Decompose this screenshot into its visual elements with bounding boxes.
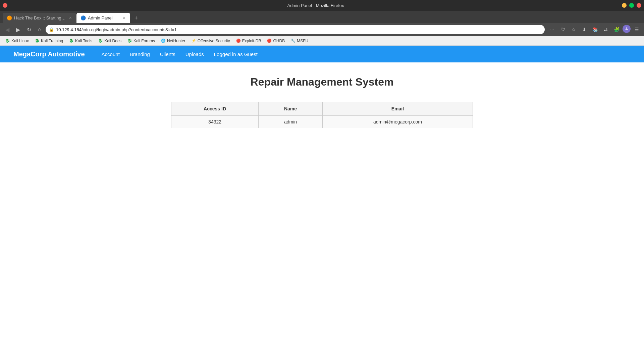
tab-hack-the-box[interactable]: 🟠 Hack The Box :: Starting ... × xyxy=(3,13,76,23)
bookmark-icon-ghdb: 🔴 xyxy=(267,39,272,43)
table-row: 34322adminadmin@megacorp.com xyxy=(171,116,473,128)
bookmark-label-ghdb: GHDB xyxy=(273,39,285,43)
close-button[interactable]: × xyxy=(637,3,641,8)
reload-button[interactable]: ↻ xyxy=(24,25,34,34)
bookmark-kali-training[interactable]: 🐉 Kali Training xyxy=(32,38,66,44)
address-bar[interactable]: 🔒 10.129.4.184/cdn-cgi/login/admin.php?c… xyxy=(46,25,545,34)
maximize-button[interactable]: □ xyxy=(629,3,634,8)
app-content: MegaCorp Automotive Account Branding Cli… xyxy=(0,46,644,352)
bookmark-kali-linux[interactable]: 🐉 Kali Linux xyxy=(3,38,32,44)
bookmark-label-kali-training: Kali Training xyxy=(41,39,63,43)
bookmark-label-exploit-db: Exploit-DB xyxy=(242,39,261,43)
forward-button[interactable]: ▶ xyxy=(13,25,23,34)
tab-favicon-2: 🔵 xyxy=(80,15,85,20)
bookmark-kali-tools[interactable]: 🐉 Kali Tools xyxy=(66,38,95,44)
cell-access-id: 34322 xyxy=(171,116,259,128)
bookmark-label-kali-forums: Kali Forums xyxy=(133,39,155,43)
tab-close-2[interactable]: × xyxy=(122,14,126,21)
address-text: 10.129.4.184/cdn-cgi/login/admin.php?con… xyxy=(56,27,177,32)
site-navigation: MegaCorp Automotive Account Branding Cli… xyxy=(0,46,644,62)
bookmark-kali-forums[interactable]: 🐉 Kali Forums xyxy=(125,38,158,44)
nav-account[interactable]: Account xyxy=(102,50,120,58)
bookmark-label-kali-tools: Kali Tools xyxy=(75,39,92,43)
menu-button[interactable]: ☰ xyxy=(632,25,641,34)
shield-button[interactable]: 🛡 xyxy=(558,25,568,34)
sync-button[interactable]: ⇄ xyxy=(601,25,610,34)
lock-icon: 🔒 xyxy=(49,27,54,32)
bookmark-icon-offensive-security: ⚡ xyxy=(192,39,196,43)
tab-bar: 🟠 Hack The Box :: Starting ... × 🔵 Admin… xyxy=(0,11,644,23)
bookmark-exploit-db[interactable]: 🔴 Exploit-DB xyxy=(233,38,264,44)
table-header-row: Access ID Name Email xyxy=(171,102,473,116)
main-content: Repair Management System Access ID Name … xyxy=(0,62,644,352)
library-button[interactable]: 📚 xyxy=(590,25,600,34)
extensions-button[interactable]: 🧩 xyxy=(612,25,621,34)
minimize-button[interactable]: – xyxy=(622,3,627,8)
accounts-table: Access ID Name Email 34322adminadmin@meg… xyxy=(171,102,473,128)
nav-branding[interactable]: Branding xyxy=(130,50,150,58)
bookmark-icon-nethunter: 🌐 xyxy=(161,39,166,43)
tab-admin-panel[interactable]: 🔵 Admin Panel × xyxy=(76,13,130,23)
window-controls: – □ × xyxy=(622,3,641,8)
nav-actions: ··· 🛡 ☆ ⬇ 📚 ⇄ 🧩 A ☰ xyxy=(547,25,641,34)
nav-clients[interactable]: Clients xyxy=(160,50,175,58)
site-brand: MegaCorp Automotive xyxy=(13,50,85,58)
bookmark-kali-docs[interactable]: 🐉 Kali Docs xyxy=(96,38,124,44)
bookmark-icon-exploit-db: 🔴 xyxy=(236,39,241,43)
bookmark-label-msfu: MSFU xyxy=(297,39,308,43)
bookmark-icon-kali-linux: 🐉 xyxy=(5,39,10,43)
col-header-name: Name xyxy=(259,102,323,116)
nav-bar: ◀ ▶ ↻ ⌂ 🔒 10.129.4.184/cdn-cgi/login/adm… xyxy=(0,23,644,36)
bookmark-label-nethunter: NetHunter xyxy=(167,39,185,43)
more-button[interactable]: ··· xyxy=(547,25,557,34)
tab-label-1: Hack The Box :: Starting ... xyxy=(14,15,66,20)
col-header-email: Email xyxy=(322,102,473,116)
firefox-icon xyxy=(3,3,7,8)
bookmark-label-offensive-security: Offensive Security xyxy=(198,39,230,43)
bookmark-icon-kali-training: 🐉 xyxy=(35,39,40,43)
browser-title: Admin Panel - Mozilla Firefox xyxy=(9,3,622,8)
title-bar: Admin Panel - Mozilla Firefox – □ × xyxy=(0,0,644,11)
tab-favicon-1: 🟠 xyxy=(7,15,11,20)
profile-icon[interactable]: A xyxy=(623,25,631,33)
bookmark-icon-kali-docs: 🐉 xyxy=(98,39,103,43)
home-button[interactable]: ⌂ xyxy=(35,25,44,34)
bookmark-label-kali-linux: Kali Linux xyxy=(11,39,29,43)
bookmark-ghdb[interactable]: 🔴 GHDB xyxy=(264,38,287,44)
title-bar-left xyxy=(3,3,9,8)
bookmark-msfu[interactable]: 🔧 MSFU xyxy=(288,38,311,44)
bookmark-offensive-security[interactable]: ⚡ Offensive Security xyxy=(189,38,233,44)
address-domain: 10.129.4.184 xyxy=(56,27,82,32)
tab-close-1[interactable]: × xyxy=(68,14,72,21)
page-title: Repair Management System xyxy=(251,76,394,88)
tab-label-2: Admin Panel xyxy=(88,15,119,20)
nav-uploads[interactable]: Uploads xyxy=(185,50,204,58)
cell-email: admin@megacorp.com xyxy=(322,116,473,128)
bookmark-icon-msfu: 🔧 xyxy=(291,39,296,43)
bookmark-label-kali-docs: Kali Docs xyxy=(104,39,121,43)
back-button[interactable]: ◀ xyxy=(3,25,12,34)
bookmarks-bar: 🐉 Kali Linux 🐉 Kali Training 🐉 Kali Tool… xyxy=(0,36,644,46)
col-header-access-id: Access ID xyxy=(171,102,259,116)
new-tab-button[interactable]: + xyxy=(131,13,141,23)
bookmark-icon-kali-tools: 🐉 xyxy=(69,39,74,43)
bookmark-icon-kali-forums: 🐉 xyxy=(127,39,132,43)
star-button[interactable]: ☆ xyxy=(569,25,578,34)
bookmark-nethunter[interactable]: 🌐 NetHunter xyxy=(158,38,188,44)
nav-logged-in-as: Logged in as Guest xyxy=(214,50,258,58)
cell-name: admin xyxy=(259,116,323,128)
downloads-button[interactable]: ⬇ xyxy=(580,25,589,34)
address-path: /cdn-cgi/login/admin.php?content=account… xyxy=(82,27,177,32)
